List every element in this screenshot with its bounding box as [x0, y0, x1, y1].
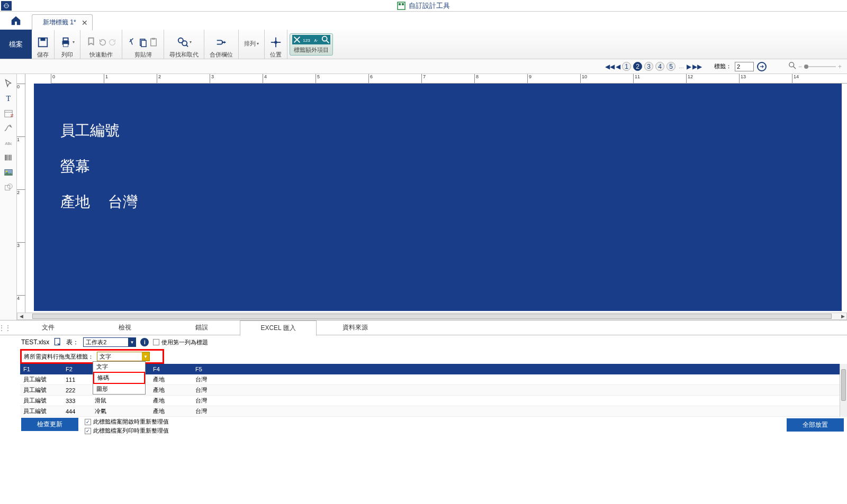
tab-document[interactable]: 文件 — [10, 320, 86, 335]
shape-tool[interactable] — [0, 180, 16, 195]
first-row-checkbox[interactable]: 使用第一列為標題 — [153, 338, 208, 346]
svg-rect-14 — [152, 38, 155, 39]
table-row[interactable]: 員工編號333滑鼠產地台灣 — [20, 396, 847, 406]
first-page-icon[interactable]: ◀◀ — [605, 63, 615, 70]
merge-fields[interactable]: 合併欄位 — [206, 30, 236, 59]
dropdown-opt-shape[interactable]: 圖形 — [93, 384, 145, 394]
col-f4[interactable]: F4 — [150, 364, 192, 374]
col-f1[interactable]: F1 — [20, 364, 62, 374]
extra-items-group[interactable]: 123 A· — [292, 35, 330, 46]
svg-text:123: 123 — [303, 38, 310, 42]
svg-text:ABc: ABc — [5, 141, 12, 146]
designer-icon — [397, 2, 406, 10]
print-button[interactable]: ▾ 列印 — [57, 30, 78, 59]
svg-point-43 — [6, 171, 7, 172]
text-tool[interactable]: T — [0, 91, 16, 106]
table-row[interactable]: 員工編號444冷氣產地台灣 — [20, 406, 847, 417]
place-all-button[interactable]: 全部放置 — [787, 418, 844, 432]
titlebar: 自訂設計工具 — [0, 0, 847, 12]
prev-page-icon[interactable]: ◀ — [615, 63, 621, 70]
bottom-tabs: ⋮⋮ 文件 檢視 錯誤 EXCEL 匯入 資料來源 — [0, 320, 847, 335]
extra-icon-4[interactable] — [321, 35, 330, 46]
canvas-text-3b[interactable]: 台灣 — [108, 192, 138, 212]
chk-refresh-print[interactable]: ✓此標籤檔案列印時重新整理值 — [85, 427, 169, 435]
label-canvas[interactable]: 員工編號 螢幕 產地 台灣 — [34, 84, 842, 311]
dropdown-menu: 文字 條碼 圖形 — [93, 361, 146, 395]
barcode-tool[interactable] — [0, 150, 16, 165]
go-button[interactable]: ➜ — [757, 62, 767, 71]
extra-icon-2[interactable]: 123 — [302, 35, 311, 46]
extra-icon-3[interactable]: A· — [311, 35, 321, 46]
bottom-panel: ⋮⋮ 文件 檢視 錯誤 EXCEL 匯入 資料來源 TEST.xlsx 表： 工… — [0, 320, 847, 433]
tab-label: 新增標籤 1* — [43, 18, 76, 27]
drag-handle-icon[interactable]: ⋮⋮ — [0, 324, 10, 332]
dropdown-opt-text[interactable]: 文字 — [93, 362, 145, 372]
ribbon: 檔案 儲存 ▾ 列印 快速動作 剪貼簿 — [0, 30, 847, 59]
save-button[interactable]: 儲存 — [34, 30, 52, 59]
canvas-wrap: 01234567891011121314 員工編號 螢幕 產地 台灣 — [25, 74, 847, 320]
svg-text:A·: A· — [314, 38, 318, 42]
zoom-icon — [789, 62, 796, 71]
highlighted-area: 將所需資料行拖曳至標籤： 文字▼ 文字 條碼 圖形 — [20, 349, 164, 364]
tab-excel-import[interactable]: EXCEL 匯入 — [240, 320, 317, 336]
svg-point-29 — [789, 62, 794, 67]
next-page-icon[interactable]: ▶ — [686, 63, 692, 70]
file-menu[interactable]: 檔案 — [0, 30, 32, 59]
zoom-control[interactable]: − + — [789, 62, 842, 71]
svg-rect-13 — [151, 39, 157, 46]
page-input[interactable] — [735, 62, 754, 71]
close-icon[interactable]: ✕ — [82, 19, 88, 27]
svg-rect-4 — [399, 3, 401, 5]
svg-point-20 — [274, 41, 277, 44]
drag-type-select[interactable]: 文字▼ — [97, 352, 150, 361]
abc-tool[interactable]: ABc — [0, 135, 16, 150]
canvas-text-3a[interactable]: 產地 — [60, 192, 90, 212]
page-3[interactable]: 3 — [644, 62, 653, 71]
ruler-horizontal: 01234567891011121314 — [51, 74, 847, 84]
page-1[interactable]: 1 — [622, 62, 631, 71]
table-v-scrollbar[interactable] — [840, 364, 847, 417]
app-icon — [1, 1, 12, 11]
canvas-text-2[interactable]: 螢幕 — [60, 157, 90, 177]
app-title: 自訂設計工具 — [409, 1, 450, 11]
select-tool[interactable] — [0, 76, 16, 91]
arrange[interactable]: 排列▾ — [241, 30, 262, 59]
svg-rect-7 — [40, 38, 45, 41]
svg-text:T: T — [6, 94, 11, 103]
file-open-icon[interactable] — [53, 337, 62, 347]
last-page-icon[interactable]: ▶▶ — [692, 63, 702, 70]
quick-actions[interactable]: 快速動作 — [83, 30, 120, 59]
sheet-select[interactable]: 工作表2▼ — [83, 337, 136, 347]
curve-tool[interactable] — [0, 121, 16, 135]
pager-label: 標籤： — [714, 62, 732, 70]
svg-line-17 — [186, 44, 188, 47]
chk-refresh-open[interactable]: ✓此標籤檔案開啟時重新整理值 — [85, 418, 169, 426]
tab-view[interactable]: 檢視 — [86, 320, 163, 335]
clipboard[interactable]: 剪貼簿 — [124, 30, 161, 59]
page-4[interactable]: 4 — [655, 62, 664, 71]
col-f2[interactable]: F2 — [62, 364, 92, 374]
h-scrollbar[interactable]: ◀▶ — [17, 313, 847, 320]
position[interactable]: 位置 — [267, 30, 285, 59]
main-area: T 15 ABc 0 1 2 3 4 01234567891011121314 … — [0, 74, 847, 320]
date-tool[interactable]: 15 — [0, 106, 16, 121]
find-replace[interactable]: ▾ 尋找和取代 — [166, 30, 202, 59]
col-f5[interactable]: F5 — [192, 364, 847, 374]
dropdown-opt-barcode[interactable]: 條碼 — [93, 372, 145, 384]
page-2[interactable]: 2 — [633, 62, 642, 71]
home-button[interactable] — [0, 12, 32, 30]
document-tab[interactable]: 新增標籤 1* ✕ — [32, 14, 93, 30]
tab-error[interactable]: 錯誤 — [163, 320, 240, 335]
svg-rect-46 — [55, 338, 60, 345]
pager: ◀◀ ◀ 1 2 3 4 5 … ▶ ▶▶ 標籤： ➜ − + — [0, 59, 847, 74]
image-tool[interactable] — [0, 165, 16, 180]
check-update-button[interactable]: 檢查更新 — [21, 418, 78, 431]
vertical-toolbar: T 15 ABc — [0, 74, 17, 320]
canvas-text-1[interactable]: 員工編號 — [60, 121, 120, 141]
page-5[interactable]: 5 — [666, 62, 675, 71]
svg-rect-10 — [63, 43, 68, 47]
extra-icon-1[interactable] — [292, 35, 302, 46]
info-icon[interactable]: i — [140, 338, 149, 346]
tab-data-source[interactable]: 資料來源 — [317, 320, 393, 335]
pager-nav: ◀◀ ◀ 1 2 3 4 5 … ▶ ▶▶ — [605, 62, 702, 71]
